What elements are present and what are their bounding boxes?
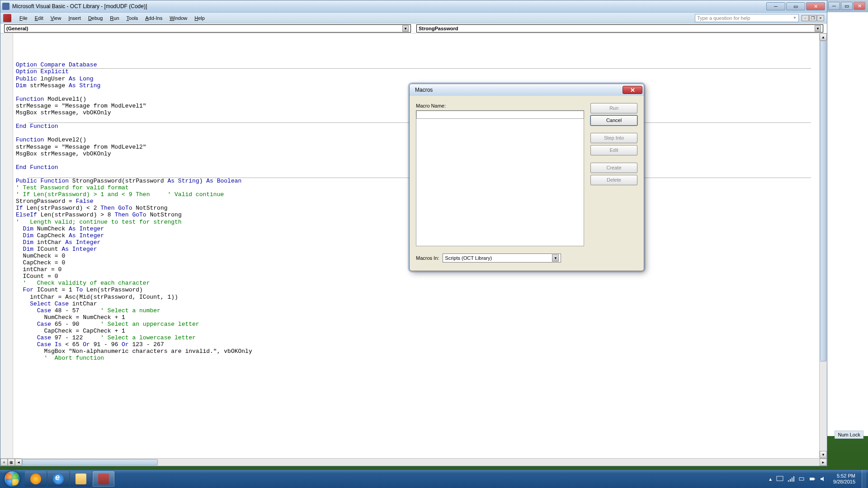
menu-run[interactable]: Run — [106, 14, 123, 22]
clock-date: 9/28/2015 — [833, 479, 855, 485]
dialog-titlebar: Macros ✕ — [410, 84, 644, 96]
show-desktop-button[interactable] — [862, 470, 866, 488]
scroll-down-icon[interactable]: ▼ — [820, 451, 827, 458]
mdi-close-button[interactable]: × — [817, 15, 824, 21]
menu-edit[interactable]: Edit — [31, 14, 47, 22]
menu-tools[interactable]: Tools — [123, 14, 142, 22]
bg-minimize-button[interactable]: ─ — [828, 2, 840, 10]
delete-button: Delete — [590, 175, 637, 185]
taskbar-access[interactable] — [93, 471, 114, 487]
mdi-minimize-button[interactable]: - — [802, 15, 809, 21]
menu-debug[interactable]: Debug — [85, 14, 106, 22]
macro-name-label: Macro Name: — [416, 103, 584, 108]
start-button[interactable] — [0, 470, 24, 488]
internet-explorer-icon — [53, 474, 64, 484]
system-tray: ▲ 5:52 PM 9/28/2015 — [768, 470, 868, 488]
windows-icon — [5, 471, 20, 487]
help-placeholder: Type a question for help — [697, 15, 750, 21]
macros-dialog: Macros ✕ Macro Name: Run Cancel Step Int… — [409, 84, 644, 271]
taskbar-explorer[interactable] — [70, 471, 92, 487]
app-icon — [2, 3, 9, 10]
procedure-combo-value: StrongPassword — [419, 26, 458, 31]
margin-gutter — [0, 33, 13, 458]
object-combo[interactable]: (General) ▼ — [4, 24, 411, 33]
horizontal-scrollbar[interactable] — [22, 459, 820, 466]
macros-in-label: Macros In: — [416, 255, 439, 261]
chevron-down-icon[interactable]: ▼ — [552, 254, 559, 262]
bg-close-button[interactable]: ✕ — [854, 2, 865, 10]
menu-help[interactable]: Help — [191, 14, 208, 22]
menu-view[interactable]: View — [47, 14, 65, 22]
power-icon[interactable] — [798, 475, 805, 483]
taskbar-ie[interactable] — [47, 471, 69, 487]
svg-rect-2 — [810, 478, 814, 480]
object-combo-value: (General) — [6, 26, 28, 31]
chevron-down-icon[interactable]: ▼ — [815, 25, 821, 32]
chevron-down-icon: ▼ — [793, 16, 797, 20]
titlebar: Microsoft Visual Basic - OCT Library - [… — [0, 0, 827, 13]
scroll-thumb[interactable] — [820, 41, 826, 361]
menu-addins[interactable]: Add-Ins — [142, 14, 166, 22]
clock[interactable]: 5:52 PM 9/28/2015 — [830, 473, 858, 485]
svg-rect-1 — [799, 478, 804, 480]
run-button: Run — [590, 103, 637, 113]
status-numlock: Num Lock — [835, 431, 863, 439]
svg-rect-0 — [777, 476, 783, 481]
scroll-left-icon[interactable]: ◄ — [15, 459, 22, 466]
procedure-combo[interactable]: StrongPassword ▼ — [416, 24, 823, 33]
tray-overflow-icon[interactable]: ▲ — [768, 477, 773, 482]
bg-restore-button[interactable]: ▭ — [841, 2, 853, 10]
cancel-button[interactable]: Cancel — [590, 115, 637, 126]
scroll-thumb[interactable] — [22, 459, 158, 465]
view-full-button[interactable]: ▦ — [8, 459, 15, 466]
svg-rect-3 — [814, 479, 815, 479]
help-search-input[interactable]: Type a question for help ▼ — [695, 14, 799, 22]
close-button[interactable]: ✕ — [806, 2, 825, 10]
access-icon — [98, 474, 109, 484]
menu-file[interactable]: File — [16, 14, 31, 22]
battery-icon[interactable] — [809, 475, 816, 483]
view-proc-button[interactable]: ≡ — [0, 459, 8, 466]
chevron-down-icon[interactable]: ▼ — [402, 25, 409, 32]
scroll-right-icon[interactable]: ► — [820, 459, 827, 466]
edit-button: Edit — [590, 145, 637, 155]
taskbar: ▲ 5:52 PM 9/28/2015 — [0, 470, 868, 488]
action-center-icon[interactable] — [776, 475, 783, 483]
dialog-close-button[interactable]: ✕ — [623, 86, 642, 94]
taskbar-wmp[interactable] — [25, 471, 47, 487]
create-button: Create — [590, 163, 637, 173]
media-player-icon — [30, 474, 41, 484]
step-into-button: Step Into — [590, 133, 637, 143]
menu-window[interactable]: Window — [166, 14, 191, 22]
menu-insert[interactable]: Insert — [65, 14, 85, 22]
minimize-button[interactable]: ─ — [766, 2, 785, 10]
macro-list[interactable] — [416, 118, 584, 246]
mdi-restore-button[interactable]: ❐ — [809, 15, 816, 21]
scroll-up-icon[interactable]: ▲ — [820, 33, 827, 41]
vertical-scrollbar[interactable]: ▲ ▼ — [819, 33, 827, 458]
access-icon — [3, 14, 11, 22]
macros-in-value: Scripts (OCT Library) — [445, 255, 492, 261]
folder-icon — [75, 474, 86, 484]
menubar: File Edit View Insert Debug Run Tools Ad… — [0, 13, 827, 23]
volume-icon[interactable] — [820, 475, 827, 483]
network-icon[interactable] — [787, 475, 794, 483]
dialog-title: Macros — [415, 87, 433, 93]
maximize-button[interactable]: ▭ — [786, 2, 805, 10]
clock-time: 5:52 PM — [833, 473, 855, 479]
macro-name-input[interactable] — [416, 110, 584, 119]
window-title: Microsoft Visual Basic - OCT Library - [… — [12, 3, 766, 9]
macros-in-combo[interactable]: Scripts (OCT Library) ▼ — [443, 253, 561, 263]
